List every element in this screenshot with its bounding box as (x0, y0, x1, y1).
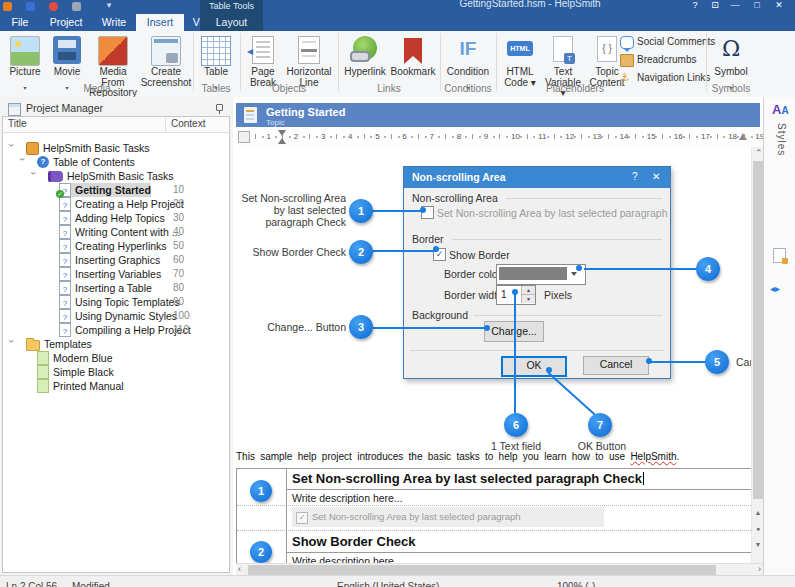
ruler-mark (689, 134, 690, 139)
tab-layout[interactable]: Layout (204, 14, 259, 31)
picture-button[interactable]: Picture ▾ (4, 34, 46, 90)
horizontal-line-button[interactable]: Horizontal Line (284, 34, 334, 90)
minimize-button[interactable]: — (726, 0, 744, 10)
scroll-left-icon[interactable]: ‹ (238, 564, 241, 575)
column-header-context[interactable]: Context (171, 118, 205, 129)
horizontal-scroll-thumb[interactable] (248, 565, 716, 575)
tree-item[interactable]: Printed Manual (3, 379, 229, 393)
ruler-mark (588, 136, 590, 138)
expand-chevron-icon[interactable]: › (17, 158, 28, 166)
tree-item[interactable]: ›Templates (3, 337, 229, 351)
hyperlink-button[interactable]: Hyperlink (342, 34, 388, 90)
tree-item[interactable]: Simple Black (3, 365, 229, 379)
page-break-button[interactable]: Page Break (244, 34, 282, 90)
tab-selector-icon[interactable] (238, 131, 250, 143)
bookmark-button[interactable]: Bookmark (390, 34, 436, 90)
column-header-title[interactable]: Title (8, 118, 27, 129)
tree-item-inner[interactable]: Inserting Variables (59, 267, 161, 281)
tab-insert[interactable]: Insert (136, 14, 184, 31)
tree-item[interactable]: Writing Content with ...40 (3, 225, 229, 239)
scroll-up-icon[interactable]: ⌃ (755, 148, 763, 159)
social-comments-button[interactable]: Social Comments (620, 34, 720, 50)
project-manager-header: Project Manager (0, 100, 233, 117)
tree-item-inner[interactable]: Getting Started (59, 183, 151, 197)
breadcrumbs-button[interactable]: Breadcrumbs (620, 52, 720, 68)
tree-item-inner[interactable]: Writing Content with ... (59, 225, 180, 239)
dialog-figure-non-scrolling-area[interactable]: Non-scrolling Area ? ✕ Non-scrolling Are… (403, 166, 671, 379)
create-screenshot-button[interactable]: Create Screenshot (140, 34, 192, 90)
ruler-mark (560, 136, 562, 138)
tree-item-inner[interactable]: HelpSmith Basic Tasks (26, 141, 150, 155)
project-manager-panel: Project Manager Title Context ›HelpSmith… (0, 97, 234, 575)
scroll-right-icon[interactable]: › (758, 564, 761, 575)
status-language[interactable]: English (United States) (337, 581, 439, 587)
tree-item-inner[interactable]: Simple Black (37, 365, 114, 379)
help-button[interactable]: ? (686, 0, 704, 10)
save-icon[interactable] (26, 2, 35, 11)
tree-item-label: HelpSmith Basic Tasks (43, 142, 150, 154)
html-view-icon[interactable]: ◂▸ (770, 283, 780, 294)
ruler-mark (615, 136, 617, 138)
tree-item-inner[interactable]: Using Dynamic Styles (59, 309, 177, 323)
expand-chevron-icon[interactable]: › (6, 340, 17, 348)
column-separator[interactable] (165, 118, 166, 131)
tree-item-inner[interactable]: Inserting Graphics (59, 253, 160, 267)
tree-item[interactable]: Getting Started10 (3, 183, 229, 197)
html-code-button[interactable]: HTML HTML Code ▾ (500, 34, 540, 90)
tree-item[interactable]: Using Topic Templates90 (3, 295, 229, 309)
expand-chevron-icon[interactable]: › (6, 144, 17, 152)
tree-item[interactable]: Adding Help Topics30 (3, 211, 229, 225)
tab-project[interactable]: Project (40, 14, 92, 31)
tree-item-inner[interactable]: Using Topic Templates (59, 295, 180, 309)
expand-chevron-icon[interactable]: › (28, 172, 39, 180)
styles-tab-label[interactable]: Styles (776, 123, 787, 156)
tree-item[interactable]: Compiling a Help Project110 (3, 323, 229, 337)
undo-icon[interactable] (72, 2, 81, 11)
tree-item-inner[interactable]: Creating a Help Project (59, 197, 184, 211)
pin-icon[interactable] (214, 103, 224, 114)
tree-item[interactable]: Creating a Help Project20 (3, 197, 229, 211)
tree-item-inner[interactable]: Templates (26, 337, 92, 351)
tree-item-inner[interactable]: Compiling a Help Project (59, 323, 191, 337)
condition-button[interactable]: IF Condition ▾ (444, 34, 492, 90)
tree-item-inner[interactable]: Creating Hyperlinks (59, 239, 167, 253)
tree-item-inner[interactable]: Table of Contents (37, 155, 135, 169)
document-properties-icon[interactable] (773, 248, 786, 263)
tree-item[interactable]: Modern Blue (3, 351, 229, 365)
table-button[interactable]: Table ▾ (196, 34, 236, 90)
status-zoom[interactable]: 100% (-) (557, 581, 595, 587)
ruler[interactable]: 12345678910111213141516171819 (236, 128, 763, 147)
close-button[interactable]: ✕ (770, 0, 788, 10)
text-variable-button[interactable]: Text Variable ▾ (542, 34, 584, 90)
maximize-button[interactable]: □ (748, 0, 766, 10)
tree-item-inner[interactable]: HelpSmith Basic Tasks (48, 169, 174, 183)
ribbon-display-options-icon[interactable]: ⊡ (706, 0, 724, 10)
tree-item-inner[interactable]: Printed Manual (37, 379, 124, 393)
tree-item[interactable]: ›HelpSmith Basic Tasks (3, 169, 229, 183)
tree-item-inner[interactable]: Modern Blue (37, 351, 113, 365)
media-from-repository-button[interactable]: Media From Repository (88, 34, 138, 90)
tree-item[interactable]: Creating Hyperlinks50 (3, 239, 229, 253)
tab-write[interactable]: Write (92, 14, 136, 31)
tree-item[interactable]: Inserting a Table80 (3, 281, 229, 295)
styles-icon[interactable]: AA (772, 102, 789, 117)
ruler-mark (493, 136, 495, 138)
tab-file[interactable]: File (2, 14, 38, 31)
tree-item-label: Inserting Graphics (75, 254, 160, 266)
tree-item[interactable]: ›HelpSmith Basic Tasks (3, 141, 229, 155)
tree-item-inner[interactable]: Adding Help Topics (59, 211, 165, 225)
vertical-scroll-thumb[interactable] (753, 161, 763, 499)
movie-button[interactable]: Movie ▾ (48, 34, 86, 90)
tree-item[interactable]: Inserting Variables70 (3, 267, 229, 281)
tree-item-inner[interactable]: Inserting a Table (59, 281, 152, 295)
status-position: Ln 2 Col 56 (6, 581, 57, 587)
tree-item[interactable]: ›Table of Contents (3, 155, 229, 169)
screenshot-icon (151, 36, 181, 66)
symbol-button[interactable]: Ω Symbol ▾ (710, 34, 752, 90)
app-icon[interactable] (3, 2, 12, 11)
tree-item[interactable]: Using Dynamic Styles100 (3, 309, 229, 323)
qat-dropdown-icon[interactable]: ▾ (100, 0, 118, 10)
compile-icon[interactable] (49, 2, 58, 11)
tree-item[interactable]: Inserting Graphics60 (3, 253, 229, 267)
group-label-tables: Tables (196, 83, 236, 94)
